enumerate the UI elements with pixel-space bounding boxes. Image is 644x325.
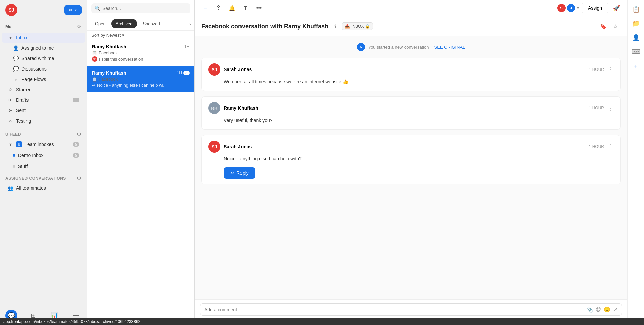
org-section-header: uifeed ⚙ (0, 128, 87, 139)
message-time: 1 HOUR (589, 106, 604, 110)
main-toolbar: ≡ ⏱ 🔔 🗑 ••• S J ▾ Assign 🚀 (195, 0, 627, 16)
sidebar-item-stuff[interactable]: Stuff (2, 161, 85, 171)
team-inboxes-badge: 5 (73, 142, 79, 147)
rp-icon-2[interactable]: 📁 (630, 17, 642, 30)
app-logo[interactable]: SJ (5, 4, 17, 16)
sidebar-item-shared-with-me[interactable]: 💬 Shared with me (2, 53, 85, 63)
tab-open[interactable]: Open (91, 19, 110, 28)
main-panel: ≡ ⏱ 🔔 🗑 ••• S J ▾ Assign 🚀 Facebook conv… (195, 0, 627, 325)
tab-archived[interactable]: Archived (111, 19, 137, 28)
facebook-icon: 📋 (92, 51, 97, 55)
discussion-icon: 💭 (13, 66, 19, 72)
message-more-icon[interactable]: ⋮ (607, 143, 613, 150)
me-settings-icon[interactable]: ⚙ (77, 23, 82, 30)
expand-icon[interactable]: ⤢ (613, 306, 618, 313)
teammates-icon: 👥 (7, 185, 13, 191)
bookmark-icon[interactable]: 🔖 (598, 21, 608, 31)
rp-icon-1[interactable]: 📋 (630, 3, 642, 15)
toolbar-clock-icon[interactable]: ⏱ (213, 3, 224, 13)
attachment-icon[interactable]: 📎 (586, 306, 593, 313)
sidebar: SJ ✏ ▾ Me ⚙ ▾ Inbox 👤 Assigned to me 💬 S… (0, 0, 87, 325)
facebook-icon: 📋 (92, 77, 97, 82)
toolbar-bell-icon[interactable]: 🔔 (227, 3, 237, 13)
conv-sort[interactable]: Sort by Newest ▾ (87, 31, 194, 40)
reply-button[interactable]: ↩ Reply (224, 167, 255, 179)
sidebar-nav: ▾ Inbox 👤 Assigned to me 💬 Shared with m… (0, 31, 87, 128)
message-time: 1 HOUR (589, 144, 604, 149)
assigned-settings-icon[interactable]: ⚙ (77, 175, 82, 181)
sidebar-item-label: Demo Inbox (18, 153, 43, 158)
rp-icon-3[interactable]: 👤 (630, 32, 642, 44)
comment-actions: 📎 @ 🙂 ⤢ (586, 306, 618, 313)
sender-info: Ramy Khuffash (224, 105, 586, 111)
star-icon: ☆ (7, 87, 13, 92)
tab-snoozed[interactable]: Snoozed (138, 19, 164, 28)
compose-button[interactable]: ✏ ▾ (64, 5, 82, 15)
sidebar-item-sent[interactable]: ➤ Sent (2, 105, 85, 115)
conv-channel: Facebook (99, 77, 118, 82)
banner-logo: ➤ (357, 43, 365, 51)
conversation-item[interactable]: Ramy Khuffash 1H 📋 Facebook SJ I split t… (87, 40, 194, 66)
toolbar-trash-icon[interactable]: 🗑 (240, 3, 251, 13)
conv-sender-name: Ramy Khuffash (92, 44, 126, 49)
toolbar-list-icon[interactable]: ≡ (200, 3, 211, 13)
search-input[interactable] (102, 6, 187, 11)
avatar-sarah: S (557, 3, 566, 13)
rp-icon-4[interactable]: ⌨ (630, 46, 642, 58)
org-settings-icon[interactable]: ⚙ (77, 131, 82, 137)
sidebar-item-page-flows[interactable]: ● Page Flows (2, 74, 85, 84)
rocket-icon[interactable]: 🚀 (611, 3, 622, 13)
reply-label: Reply (236, 170, 249, 176)
sidebar-item-label: Assigned to me (21, 45, 54, 51)
sent-icon: ➤ (7, 108, 13, 113)
sidebar-item-label: Page Flows (21, 77, 46, 82)
org-label: uifeed (5, 132, 21, 137)
sidebar-item-starred[interactable]: ☆ Starred (2, 85, 85, 95)
mention-icon[interactable]: @ (596, 306, 601, 313)
sidebar-item-discussions[interactable]: 💭 Discussions (2, 64, 85, 74)
emoji-icon[interactable]: 🙂 (604, 306, 610, 313)
message-more-icon[interactable]: ⋮ (607, 66, 613, 73)
conversation-list: 🔍 Open Archived Snoozed › Sort by Newest… (87, 0, 195, 325)
comment-input-wrapper: 📎 @ 🙂 ⤢ (200, 303, 622, 316)
sidebar-item-label: Drafts (16, 97, 29, 103)
toolbar-more-icon[interactable]: ••• (254, 3, 264, 13)
message-more-icon[interactable]: ⋮ (607, 104, 613, 112)
sidebar-team-inboxes[interactable]: ▾ U Team inboxes 5 (2, 139, 85, 150)
message-body: Very useful, thank you? (208, 117, 613, 124)
sidebar-item-inbox[interactable]: ▾ Inbox (2, 33, 85, 43)
avatar-sm-preview: SJ (92, 56, 97, 62)
sidebar-item-drafts[interactable]: ✈ Drafts 1 (2, 95, 85, 105)
conv-preview: SJ I split this conversation (92, 56, 190, 62)
inbox-icon: 📥 (345, 24, 350, 29)
sidebar-item-assigned-to-me[interactable]: 👤 Assigned to me (2, 43, 85, 53)
conv-time: 1H (177, 71, 182, 75)
sidebar-item-all-teammates[interactable]: 👥 All teammates (2, 183, 85, 193)
sidebar-item-label: Shared with me (21, 56, 54, 61)
info-icon[interactable]: ℹ (332, 23, 338, 30)
conv-header: Ramy Khuffash 1H (92, 44, 190, 49)
sidebar-item-label: Team inboxes (25, 142, 54, 147)
tabs-more-icon[interactable]: › (189, 21, 191, 27)
sidebar-item-label: Starred (16, 87, 32, 92)
message-time: 1 HOUR (589, 67, 604, 72)
message-card: SJ Sarah Jonas 1 HOUR ⋮ Noice - anything… (201, 135, 621, 184)
see-original-link[interactable]: SEE ORIGINAL (434, 45, 465, 50)
sidebar-item-label: Sent (16, 108, 26, 113)
sidebar-item-label: All teammates (16, 185, 46, 191)
assigned-conv-label: Assigned conversations (5, 176, 66, 181)
rp-add-icon[interactable]: + (630, 61, 642, 73)
chat-icon: 💬 (13, 56, 19, 61)
assign-button[interactable]: Assign (582, 3, 608, 13)
assignee-dropdown[interactable]: ▾ (577, 6, 579, 10)
comment-input[interactable] (204, 307, 584, 312)
star-icon[interactable]: ☆ (610, 21, 621, 31)
sort-chevron: ▾ (122, 33, 124, 38)
conversation-item[interactable]: Ramy Khuffash 1H 3 📋 Facebook ↩ Noice - … (87, 66, 194, 92)
conv-tabs: Open Archived Snoozed › (87, 17, 194, 31)
assignee-avatars: S J ▾ (557, 3, 579, 13)
sidebar-item-testing[interactable]: ○ Testing (2, 116, 85, 126)
demo-inbox-badge: 5 (73, 153, 79, 158)
inbox-label: INBOX (351, 24, 364, 29)
sidebar-item-demo-inbox[interactable]: Demo Inbox 5 (2, 150, 85, 160)
